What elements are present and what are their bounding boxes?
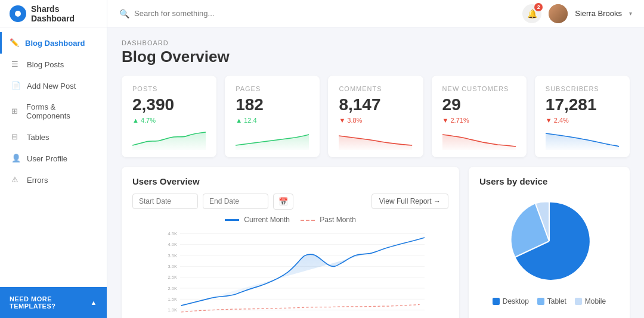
sidebar-item-user-profile[interactable]: 👤 User Profile [0,148,107,169]
notification-badge: 2 [534,3,543,11]
users-overview-card: Users Overview 📅 View Full Report → Curr… [122,167,459,318]
chevron-up-icon: ▲ [91,299,97,306]
mobile-label: Mobile [585,297,606,305]
sidebar-footer-label: NEED MORE TEMPLATES? [10,295,91,310]
stat-card-new-customers: NEW CUSTOMERS 29 ▼2.71% [432,76,527,157]
sidebar-item-forms-components[interactable]: ⊞ Forms & Components [0,96,107,126]
page-title: Blog Overview [122,48,630,66]
stat-value-posts: 2,390 [132,96,206,114]
stat-value-new-customers: 29 [442,96,516,114]
stat-sparkline-pages [236,129,309,150]
blog-posts-icon: ☰ [11,60,21,69]
stat-value-comments: 8,147 [339,96,412,114]
blog-dashboard-icon: ✏️ [10,38,19,48]
view-full-report-button[interactable]: View Full Report → [371,194,448,209]
user-menu-chevron[interactable]: ▾ [629,10,632,17]
search-input[interactable] [134,9,515,18]
sidebar-item-label: Add New Post [27,82,76,91]
stat-label-new-customers: NEW CUSTOMERS [442,85,516,92]
content-area: DASHBOARD Blog Overview POSTS 2,390 ▲4.7… [107,27,644,318]
users-overview-title: Users Overview [132,176,448,186]
stat-change-subscribers: ▼2.4% [546,117,619,124]
brand-name: Shards Dashboard [31,4,97,23]
past-month-line [301,220,315,221]
breadcrumb: DASHBOARD [122,39,630,46]
svg-text:1.0K: 1.0K [168,307,177,313]
line-chart: 4.5K 4.0K 3.5K 3.0K 2.5K 2.0K 1.5K 1.0K [132,229,448,318]
stats-row: POSTS 2,390 ▲4.7% PAGES 182 ▲12.4 [122,76,630,157]
current-month-line [225,219,239,221]
sidebar-item-label: Blog Posts [27,60,64,69]
stat-change-comments: ▼3.8% [339,117,412,124]
stat-sparkline-comments [339,129,412,150]
user-profile-icon: 👤 [11,154,21,163]
bottom-row: Users Overview 📅 View Full Report → Curr… [122,167,630,318]
stat-card-posts: POSTS 2,390 ▲4.7% [122,76,216,157]
stat-card-subscribers: SUBSCRIBERS 17,281 ▼2.4% [535,76,630,157]
main-area: 🔍 🔔 2 Sierra Brooks ▾ DASHBOARD Blog Ove… [107,0,644,318]
sidebar-item-label: Blog Dashboard [25,39,85,48]
sidebar-item-blog-dashboard[interactable]: ✏️ Blog Dashboard [0,32,107,54]
search-wrap: 🔍 [119,9,515,18]
svg-text:4.5K: 4.5K [168,231,177,236]
svg-text:3.0K: 3.0K [168,264,177,269]
stat-card-pages: PAGES 182 ▲12.4 [225,76,320,157]
avatar [549,4,568,23]
desktop-label: Desktop [503,297,529,305]
forms-components-icon: ⊞ [11,107,20,116]
sidebar-item-label: Tables [27,133,49,142]
stat-card-comments: COMMENTS 8,147 ▼3.8% [328,76,423,157]
stat-label-posts: POSTS [132,85,206,92]
topbar: 🔍 🔔 2 Sierra Brooks ▾ [107,0,644,27]
sidebar-item-label: User Profile [27,154,67,163]
stat-sparkline-subscribers [546,129,619,150]
users-by-device-card: Users by device [469,167,630,318]
desktop-legend: Desktop [493,297,529,305]
calendar-button[interactable]: 📅 [273,194,293,210]
sidebar-item-blog-posts[interactable]: ☰ Blog Posts [0,54,107,75]
svg-text:3.5K: 3.5K [168,252,177,258]
mobile-legend: Mobile [575,297,606,305]
past-month-legend: Past Month [301,216,356,224]
stat-label-comments: COMMENTS [339,85,412,92]
page-heading: DASHBOARD Blog Overview [122,39,630,66]
stat-change-pages: ▲12.4 [236,117,309,124]
svg-text:2.0K: 2.0K [168,285,177,291]
stat-value-pages: 182 [236,96,309,114]
sidebar-brand[interactable]: Shards Dashboard [0,0,107,27]
stat-change-posts: ▲4.7% [132,117,206,124]
sidebar-footer-cta[interactable]: NEED MORE TEMPLATES? ▲ [0,287,107,318]
desktop-dot [493,298,500,305]
topbar-right: 🔔 2 Sierra Brooks ▾ [522,4,632,23]
tables-icon: ⊟ [11,132,21,142]
sidebar-item-add-new-post[interactable]: 📄 Add New Post [0,75,107,96]
start-date-input[interactable] [132,194,198,209]
stat-label-pages: PAGES [236,85,309,92]
sidebar-item-errors[interactable]: ⚠ Errors [0,169,107,191]
add-new-post-icon: 📄 [11,81,21,91]
sidebar-item-label: Errors [27,176,48,185]
pie-chart [501,194,597,289]
avatar-image [549,4,568,23]
sidebar-nav: ✏️ Blog Dashboard ☰ Blog Posts 📄 Add New… [0,27,107,287]
svg-text:1.5K: 1.5K [168,297,177,302]
current-month-legend: Current Month [225,216,290,224]
search-icon: 🔍 [119,9,129,18]
stat-sparkline-posts [132,129,206,150]
notification-button[interactable]: 🔔 2 [522,4,541,23]
end-date-input[interactable] [203,194,268,209]
errors-icon: ⚠ [11,175,21,185]
user-name: Sierra Brooks [575,9,622,18]
svg-text:4.0K: 4.0K [168,242,177,247]
pie-chart-container [479,194,619,289]
brand-icon [10,5,26,22]
tablet-legend: Tablet [537,297,566,305]
stat-change-new-customers: ▼2.71% [442,117,516,124]
tablet-dot [537,298,544,305]
sidebar-item-tables[interactable]: ⊟ Tables [0,126,107,148]
tablet-label: Tablet [547,297,566,305]
svg-point-0 [15,11,21,17]
svg-text:2.5K: 2.5K [168,275,177,280]
users-by-device-title: Users by device [479,176,619,186]
chart-legend: Current Month Past Month [132,216,448,224]
